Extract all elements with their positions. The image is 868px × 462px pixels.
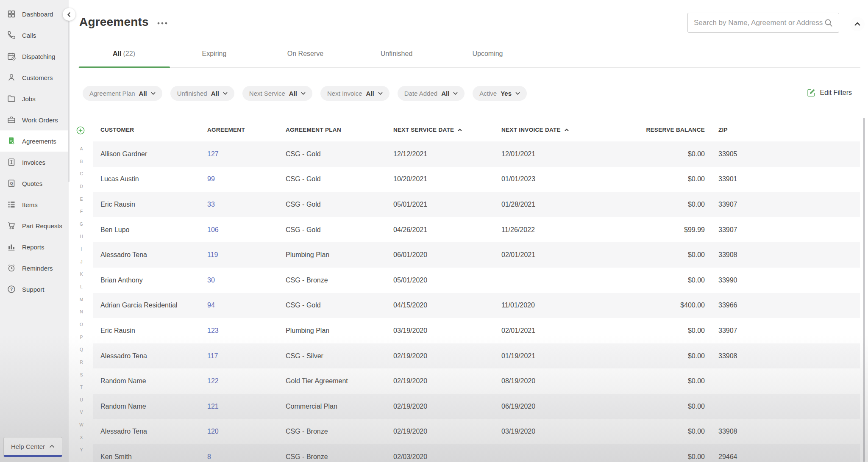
alpha-rail-letter[interactable]: S bbox=[78, 369, 85, 382]
sidebar-item[interactable]: Reminders bbox=[0, 257, 69, 279]
column-header[interactable]: NEXT INVOICE DATE bbox=[501, 126, 629, 133]
tab[interactable]: All(22) bbox=[78, 50, 170, 67]
table-row[interactable]: Eric Rausin 33 CSG - Gold 05/01/2021 01/… bbox=[93, 192, 860, 217]
column-header[interactable]: RESERVE BALANCE bbox=[629, 126, 705, 133]
alpha-rail-letter[interactable]: W bbox=[78, 419, 85, 432]
alpha-rail-letter[interactable]: P bbox=[78, 331, 85, 344]
table-row[interactable]: Random Name 122 Gold Tier Agreement 02/1… bbox=[93, 368, 860, 394]
tab[interactable]: On Reserve bbox=[261, 50, 352, 67]
add-agreement-button[interactable] bbox=[76, 126, 85, 135]
alpha-rail-letter[interactable]: L bbox=[78, 281, 85, 293]
sidebar-item[interactable]: ? Support bbox=[0, 279, 69, 300]
alpha-rail-letter[interactable]: H bbox=[78, 230, 85, 243]
sidebar-item[interactable]: Items bbox=[0, 194, 69, 215]
alpha-rail-letter[interactable]: N bbox=[78, 306, 85, 318]
alpha-rail-letter[interactable]: C bbox=[78, 168, 85, 180]
tab[interactable]: Upcoming bbox=[443, 50, 534, 67]
sidebar-item[interactable]: Dashboard bbox=[0, 3, 69, 25]
alpha-rail-letter[interactable]: V bbox=[78, 406, 85, 419]
sidebar-item[interactable]: Calls bbox=[0, 25, 69, 46]
alpha-rail-letter[interactable]: R bbox=[78, 356, 85, 369]
table-row[interactable]: Adrian Garcia Residential 94 CSG - Gold … bbox=[93, 293, 860, 318]
alpha-rail-letter[interactable]: M bbox=[78, 293, 85, 306]
cell-agreement-link[interactable]: 94 bbox=[207, 302, 286, 309]
cell-agreement-link[interactable]: 99 bbox=[207, 175, 286, 183]
table-row[interactable]: Random Name 121 Commercial Plan 02/19/20… bbox=[93, 394, 860, 419]
alpha-rail-letter[interactable]: E bbox=[78, 193, 85, 206]
column-header[interactable]: CUSTOMER bbox=[93, 126, 207, 133]
column-header-label: ZIP bbox=[718, 127, 728, 133]
column-header[interactable]: AGREEMENT bbox=[207, 126, 286, 133]
cell-agreement-link[interactable]: 122 bbox=[207, 377, 286, 385]
table-row[interactable]: Eric Rausin 123 Plumbing Plan 03/19/2020… bbox=[93, 318, 860, 343]
alpha-rail-letter[interactable]: Y bbox=[78, 444, 85, 456]
sidebar-item[interactable]: Jobs bbox=[0, 88, 69, 109]
collapse-header-button[interactable] bbox=[850, 17, 865, 31]
phone-icon bbox=[7, 30, 16, 40]
tab[interactable]: Expiring bbox=[170, 50, 261, 67]
cell-agreement-link[interactable]: 119 bbox=[207, 251, 286, 259]
table-row[interactable]: Ken Smith 8 CSG - Bronze 02/03/2020 $0.0… bbox=[93, 444, 860, 462]
cell-agreement-link[interactable]: 33 bbox=[207, 201, 286, 208]
sidebar-scrollbar[interactable] bbox=[68, 12, 70, 182]
alpha-rail-letter[interactable]: D bbox=[78, 180, 85, 193]
cell-agreement-link[interactable]: 127 bbox=[207, 150, 286, 158]
sidebar-item[interactable]: Dispatching bbox=[0, 46, 69, 67]
sidebar-item[interactable]: Reports bbox=[0, 236, 69, 257]
search-input[interactable] bbox=[694, 19, 823, 27]
filter-pill[interactable]: Next Service All bbox=[242, 86, 312, 101]
more-options-icon[interactable] bbox=[157, 22, 167, 25]
filter-pill[interactable]: Unfinished All bbox=[170, 86, 234, 101]
table-row[interactable]: Lucas Austin 99 CSG - Gold 10/20/2021 01… bbox=[93, 167, 860, 192]
vertical-scrollbar[interactable] bbox=[863, 118, 865, 462]
column-header[interactable]: AGREEMENT PLAN bbox=[286, 126, 393, 133]
sidebar-item[interactable]: Invoices bbox=[0, 152, 69, 173]
alpha-rail-letter[interactable]: B bbox=[78, 155, 85, 168]
alpha-rail-letter[interactable]: F bbox=[78, 205, 85, 218]
table-row[interactable]: Alessadro Tena 117 CSG - Silver 02/19/20… bbox=[93, 343, 860, 369]
alpha-rail-letter[interactable]: T bbox=[78, 381, 85, 394]
sidebar-item[interactable]: Part Requests bbox=[0, 215, 69, 236]
column-header[interactable]: ZIP bbox=[705, 126, 860, 133]
alpha-rail-letter[interactable]: G bbox=[78, 218, 85, 231]
alpha-rail-letter[interactable]: U bbox=[78, 394, 85, 407]
cell-agreement-link[interactable]: 117 bbox=[207, 352, 286, 360]
alpha-rail-letter[interactable]: Q bbox=[78, 343, 85, 356]
edit-filters-button[interactable]: Edit Filters bbox=[807, 88, 852, 97]
sidebar-item[interactable]: Work Orders bbox=[0, 109, 69, 130]
filter-pill[interactable]: Date Added All bbox=[398, 86, 465, 101]
cell-reserve-balance: $0.00 bbox=[629, 352, 705, 360]
help-center-button[interactable]: Help Center bbox=[3, 437, 62, 457]
cell-customer: Alessadro Tena bbox=[93, 428, 207, 435]
tab-label: Upcoming bbox=[472, 50, 503, 57]
cell-agreement-link[interactable]: 8 bbox=[207, 453, 286, 461]
cell-agreement-link[interactable]: 30 bbox=[207, 277, 286, 284]
table-row[interactable]: Alessadro Tena 120 CSG - Bronze 02/19/20… bbox=[93, 419, 860, 445]
alpha-rail-letter[interactable]: O bbox=[78, 318, 85, 331]
column-header[interactable]: NEXT SERVICE DATE bbox=[393, 126, 501, 133]
chevron-left-icon bbox=[67, 12, 71, 17]
alpha-rail-letter[interactable]: I bbox=[78, 243, 85, 256]
alpha-rail-letter[interactable]: X bbox=[78, 432, 85, 444]
alpha-rail-letter[interactable]: J bbox=[78, 256, 85, 268]
table-row[interactable]: Alessadro Tena 119 Plumbing Plan 06/01/2… bbox=[93, 242, 860, 268]
sidebar-item[interactable]: Customers bbox=[0, 67, 69, 88]
alpha-rail-letter[interactable]: K bbox=[78, 268, 85, 281]
cell-next-service-date: 02/19/2020 bbox=[393, 428, 501, 435]
filter-pill[interactable]: Agreement Plan All bbox=[83, 86, 162, 101]
table-row[interactable]: Ben Lupo 106 CSG - Gold 04/26/2021 11/26… bbox=[93, 217, 860, 243]
filter-pill[interactable]: Active Yes bbox=[473, 86, 527, 101]
cell-agreement-plan: CSG - Bronze bbox=[286, 277, 393, 284]
filter-pill[interactable]: Next Invoice All bbox=[320, 86, 389, 101]
sidebar-item[interactable]: Q Quotes bbox=[0, 173, 69, 194]
table-row[interactable]: Brian Anthony 30 CSG - Bronze 05/01/2020… bbox=[93, 268, 860, 293]
cell-agreement-link[interactable]: 120 bbox=[207, 428, 286, 435]
alpha-rail-letter[interactable]: A bbox=[78, 143, 85, 155]
sidebar-item[interactable]: Agreements bbox=[0, 130, 69, 152]
cell-agreement-link[interactable]: 106 bbox=[207, 226, 286, 234]
sidebar-collapse-button[interactable] bbox=[63, 8, 75, 21]
cell-agreement-link[interactable]: 123 bbox=[207, 327, 286, 335]
tab[interactable]: Unfinished bbox=[352, 50, 443, 67]
table-row[interactable]: Allison Gardner 127 CSG - Gold 12/12/202… bbox=[93, 141, 860, 167]
cell-agreement-link[interactable]: 121 bbox=[207, 403, 286, 410]
